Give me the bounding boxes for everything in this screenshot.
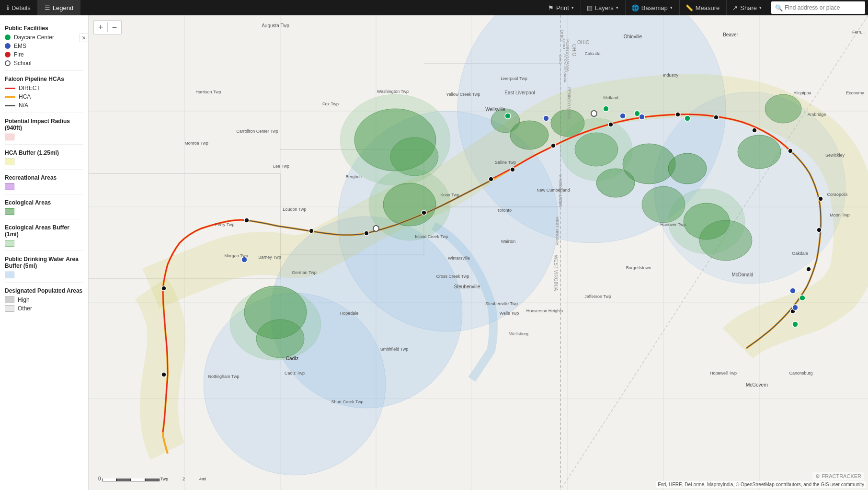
svg-point-49 <box>505 113 511 119</box>
svg-text:Morgan Twp: Morgan Twp <box>224 253 248 258</box>
svg-text:WEST VIRGINIA: WEST VIRGINIA <box>555 217 560 246</box>
svg-text:Hopewell Twp: Hopewell Twp <box>710 371 737 376</box>
legend-pir-title: Potential Impact Radius (940ft) <box>5 118 83 131</box>
tab-legend[interactable]: ☰ Legend <box>38 0 80 15</box>
svg-point-43 <box>818 196 823 201</box>
svg-text:OHIO: OHIO <box>558 55 562 64</box>
svg-point-13 <box>510 121 548 149</box>
svg-point-52 <box>685 115 690 121</box>
fractracker-label: ⚙ FRACTRACKER <box>815 473 861 479</box>
scale-seg-4 <box>145 479 160 481</box>
legend-eco-title: Ecological Areas <box>5 199 83 206</box>
svg-point-37 <box>551 143 556 148</box>
svg-text:Saline Twp: Saline Twp <box>495 160 516 165</box>
tab-legend-label: Legend <box>53 4 73 11</box>
svg-point-61 <box>373 226 379 231</box>
tab-details[interactable]: ℹ Details <box>0 0 38 15</box>
legend-hca-buffer-title: HCA Buffer (1.25mi) <box>5 149 83 156</box>
zoom-out-button[interactable]: − <box>108 21 121 34</box>
svg-text:Steubenville: Steubenville <box>454 284 480 289</box>
hca-line-icon <box>5 96 15 98</box>
svg-text:Burgettstown: Burgettstown <box>626 265 651 270</box>
tab-details-label: Details <box>11 4 31 11</box>
layers-chevron-icon: ▾ <box>616 5 618 10</box>
legend-falcon-hca-title: Falcon Pipeline HCAs <box>5 76 83 82</box>
attribution-text: Esri, HERE, DeLorme, MapmyIndia, © OpenS… <box>658 482 864 487</box>
svg-point-53 <box>792 321 798 327</box>
svg-text:Jefferson Twp: Jefferson Twp <box>584 294 611 299</box>
svg-text:Cadiz: Cadiz <box>286 356 299 361</box>
scale-label-0: 0 <box>98 476 101 481</box>
measure-button[interactable]: 📏 Measure <box>679 0 726 15</box>
svg-text:McDonald: McDonald <box>731 272 753 277</box>
na-line-icon <box>5 105 15 106</box>
toolbar: ℹ Details ☰ Legend ⚑ Print ▾ ▤ Layers ▾ … <box>0 0 868 15</box>
print-button[interactable]: ⚑ Print ▾ <box>542 0 580 15</box>
scale-bar-line: 0 Twp 2 4mi <box>98 476 206 481</box>
svg-text:Monroe Twp: Monroe Twp <box>184 141 208 146</box>
svg-point-40 <box>714 115 719 120</box>
svg-text:German Twp: German Twp <box>292 270 316 275</box>
legend-panel: × Public Facilities Daycare Center EMS F… <box>0 15 89 490</box>
map-container[interactable]: OHIO OHIO PENNSYLVANIA WEST VIRGINIA OHI… <box>89 15 868 490</box>
scale-bar: 0 Twp 2 4mi <box>98 476 206 481</box>
svg-text:Wellsville: Wellsville <box>485 107 505 112</box>
svg-text:Nottingham Twp: Nottingham Twp <box>208 374 240 379</box>
share-button[interactable]: ↗ Share ▾ <box>726 0 767 15</box>
svg-point-54 <box>799 295 805 301</box>
print-chevron-icon: ▾ <box>571 5 574 10</box>
svg-point-29 <box>668 189 745 254</box>
svg-text:East Liverpool: East Liverpool <box>504 90 535 95</box>
legend-item-daycare: Daycare Center <box>5 34 83 41</box>
svg-point-59 <box>792 305 798 310</box>
legend-item-dpa-high: High <box>5 296 83 303</box>
legend-rec-title: Recreational Areas <box>5 174 83 181</box>
scale-seg-3 <box>131 479 145 481</box>
svg-text:New Cumberland: New Cumberland <box>537 188 570 193</box>
ems-label: EMS <box>14 43 26 49</box>
svg-text:Toronto: Toronto <box>497 208 512 213</box>
svg-text:OHIO: OHIO <box>571 44 577 57</box>
share-chevron-icon: ▾ <box>759 5 762 10</box>
legend-public-facilities-title: Public Facilities <box>5 25 83 32</box>
svg-text:Yellow Creek Twp: Yellow Creek Twp <box>446 92 480 97</box>
fire-label: Fire <box>14 51 24 58</box>
svg-text:Oakdale: Oakdale <box>792 251 808 256</box>
dpa-high-label: High <box>18 296 30 303</box>
rec-swatch-icon <box>5 183 14 190</box>
legend-item-na: N/A <box>5 102 83 109</box>
svg-point-31 <box>244 218 249 223</box>
svg-text:Industry: Industry <box>663 73 679 78</box>
legend-item-hca: HCA <box>5 93 83 100</box>
svg-point-62 <box>591 111 597 116</box>
legend-item-direct: DIRECT <box>5 85 83 91</box>
svg-text:Hanover Twp: Hanover Twp <box>661 222 686 227</box>
legend-item-ems: EMS <box>5 43 83 49</box>
layers-button[interactable]: ▤ Layers ▾ <box>581 0 624 15</box>
na-label: N/A <box>19 102 28 109</box>
measure-icon: 📏 <box>685 4 693 11</box>
svg-text:Ohioville: Ohioville <box>624 34 642 39</box>
legend-close-button[interactable]: × <box>80 34 88 42</box>
dpa-high-swatch-icon <box>5 296 14 303</box>
svg-text:Bergholz: Bergholz <box>345 174 363 179</box>
direct-label: DIRECT <box>19 85 40 91</box>
svg-text:Loudon Twp: Loudon Twp <box>283 207 307 212</box>
svg-point-39 <box>675 112 680 117</box>
search-box[interactable]: 🔍 <box>771 1 865 14</box>
svg-text:PENNSYLVANIA: PENNSYLVANIA <box>567 87 571 120</box>
hca-label: HCA <box>19 93 31 100</box>
svg-point-44 <box>817 228 822 232</box>
svg-point-47 <box>161 372 166 377</box>
basemap-button[interactable]: 🌐 Basemap ▾ <box>625 0 678 15</box>
pir-swatch-icon <box>5 134 14 140</box>
svg-text:Steubenville Twp: Steubenville Twp <box>485 301 518 306</box>
zoom-in-button[interactable]: + <box>94 21 107 34</box>
search-input[interactable] <box>785 4 861 11</box>
fire-dot-icon <box>5 52 11 57</box>
svg-text:PENNSYLVANIA: PENNSYLVANIA <box>563 54 567 83</box>
dpa-other-swatch-icon <box>5 305 14 312</box>
svg-text:Smithfield Twp: Smithfield Twp <box>380 347 408 352</box>
svg-point-58 <box>790 288 796 294</box>
svg-text:Coraopolis: Coraopolis <box>827 192 848 197</box>
